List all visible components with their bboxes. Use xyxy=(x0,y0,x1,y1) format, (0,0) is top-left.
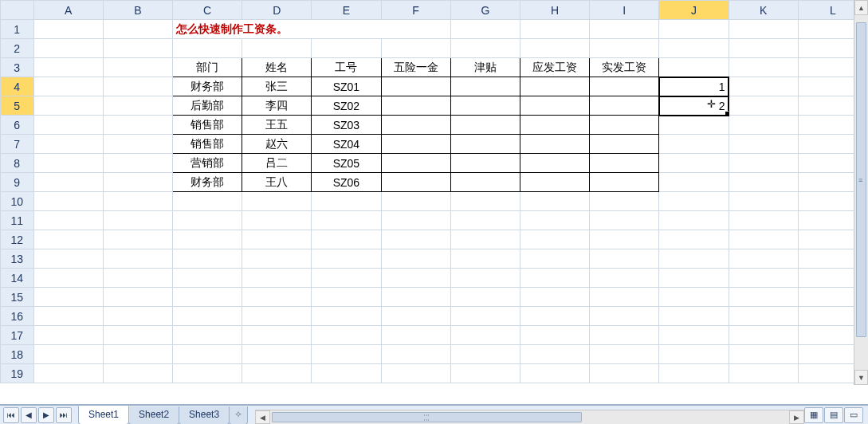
cell[interactable] xyxy=(33,249,103,269)
cell[interactable] xyxy=(590,364,659,383)
cell[interactable] xyxy=(242,192,312,211)
cell[interactable] xyxy=(312,345,381,364)
cell[interactable] xyxy=(242,39,312,58)
table-cell[interactable]: 张三 xyxy=(242,77,312,96)
table-cell[interactable] xyxy=(450,96,520,116)
table-cell[interactable]: 赵六 xyxy=(242,135,312,154)
vertical-scrollbar[interactable]: ▲ ▼ xyxy=(854,0,868,385)
cell[interactable] xyxy=(520,288,589,307)
col-header-D[interactable]: D xyxy=(242,1,312,20)
cell[interactable] xyxy=(729,173,798,192)
cell[interactable] xyxy=(729,154,798,173)
scroll-right-arrow-icon[interactable]: ▶ xyxy=(789,410,804,424)
cell[interactable] xyxy=(450,326,520,345)
table-cell[interactable]: 销售部 xyxy=(172,116,242,135)
cell[interactable] xyxy=(659,326,729,345)
table-cell[interactable] xyxy=(381,77,450,96)
cell[interactable] xyxy=(659,211,729,230)
table-header-name[interactable]: 姓名 xyxy=(242,58,312,77)
cell[interactable] xyxy=(103,58,172,77)
table-cell[interactable]: SZ04 xyxy=(312,135,381,154)
cell[interactable] xyxy=(729,96,798,116)
row-header-5[interactable]: 5 xyxy=(1,96,34,116)
hscroll-track[interactable] xyxy=(270,411,789,423)
cell[interactable] xyxy=(520,364,589,383)
cell[interactable] xyxy=(33,269,103,288)
cell[interactable] xyxy=(312,39,381,58)
cell[interactable] xyxy=(729,58,798,77)
cell[interactable] xyxy=(381,288,450,307)
cell[interactable] xyxy=(590,326,659,345)
cell[interactable] xyxy=(590,20,659,39)
fill-handle[interactable] xyxy=(725,111,729,116)
cell[interactable] xyxy=(172,345,242,364)
cell[interactable] xyxy=(172,326,242,345)
row-header-18[interactable]: 18 xyxy=(1,345,34,364)
cell[interactable] xyxy=(381,249,450,269)
cell[interactable] xyxy=(33,211,103,230)
table-cell[interactable] xyxy=(381,135,450,154)
row-header-2[interactable]: 2 xyxy=(1,39,34,58)
cell[interactable] xyxy=(33,20,103,39)
row-header-9[interactable]: 9 xyxy=(1,173,34,192)
cell[interactable] xyxy=(590,345,659,364)
scroll-down-arrow-icon[interactable]: ▼ xyxy=(854,370,868,385)
table-cell[interactable] xyxy=(450,77,520,96)
cell[interactable] xyxy=(590,192,659,211)
cell[interactable] xyxy=(590,230,659,249)
cell[interactable] xyxy=(103,230,172,249)
cell[interactable] xyxy=(520,211,589,230)
cell[interactable] xyxy=(103,39,172,58)
cell[interactable] xyxy=(659,173,729,192)
view-normal-icon[interactable]: ▦ xyxy=(804,407,823,423)
cell[interactable] xyxy=(242,269,312,288)
sheet-tab-1[interactable]: Sheet1 xyxy=(78,406,129,424)
row-header-17[interactable]: 17 xyxy=(1,326,34,345)
table-cell[interactable]: 后勤部 xyxy=(172,96,242,116)
cell[interactable] xyxy=(659,288,729,307)
cell[interactable] xyxy=(729,20,798,39)
table-header-id[interactable]: 工号 xyxy=(312,58,381,77)
table-cell[interactable]: SZ02 xyxy=(312,96,381,116)
nav-prev-icon[interactable]: ◀ xyxy=(21,407,37,423)
cell[interactable] xyxy=(242,307,312,326)
cell[interactable] xyxy=(450,307,520,326)
cell[interactable] xyxy=(520,20,589,39)
cell[interactable] xyxy=(103,326,172,345)
cell[interactable] xyxy=(729,307,798,326)
cell[interactable] xyxy=(312,364,381,383)
table-cell[interactable] xyxy=(520,96,589,116)
row-header-10[interactable]: 10 xyxy=(1,192,34,211)
cell[interactable] xyxy=(172,230,242,249)
cell[interactable] xyxy=(381,364,450,383)
cell[interactable] xyxy=(33,345,103,364)
cell[interactable] xyxy=(33,116,103,135)
table-cell[interactable] xyxy=(450,116,520,135)
row-header-4[interactable]: 4 xyxy=(1,77,34,96)
table-cell[interactable]: 营销部 xyxy=(172,154,242,173)
cell[interactable] xyxy=(172,288,242,307)
row-header-11[interactable]: 11 xyxy=(1,211,34,230)
table-header-actual[interactable]: 实发工资 xyxy=(590,58,659,77)
cell[interactable] xyxy=(659,249,729,269)
cell[interactable] xyxy=(590,269,659,288)
spreadsheet-grid[interactable]: A B C D E F G H I J K L 1 怎么快速制作工资条。 xyxy=(0,0,868,383)
table-cell[interactable]: 财务部 xyxy=(172,77,242,96)
scroll-up-arrow-icon[interactable]: ▲ xyxy=(854,0,868,15)
cell[interactable] xyxy=(450,39,520,58)
cell[interactable] xyxy=(33,39,103,58)
cell[interactable] xyxy=(242,288,312,307)
nav-next-icon[interactable]: ▶ xyxy=(38,407,54,423)
table-header-dept[interactable]: 部门 xyxy=(172,58,242,77)
cell[interactable] xyxy=(172,249,242,269)
table-cell[interactable] xyxy=(381,96,450,116)
table-header-payable[interactable]: 应发工资 xyxy=(520,58,589,77)
table-header-insurance[interactable]: 五险一金 xyxy=(381,58,450,77)
cell[interactable] xyxy=(103,96,172,116)
title-cell[interactable]: 怎么快速制作工资条。 xyxy=(172,20,450,39)
cell[interactable] xyxy=(242,230,312,249)
new-sheet-button[interactable]: ✧ xyxy=(229,406,248,424)
cell[interactable] xyxy=(381,192,450,211)
cell[interactable] xyxy=(590,39,659,58)
cell[interactable] xyxy=(103,154,172,173)
